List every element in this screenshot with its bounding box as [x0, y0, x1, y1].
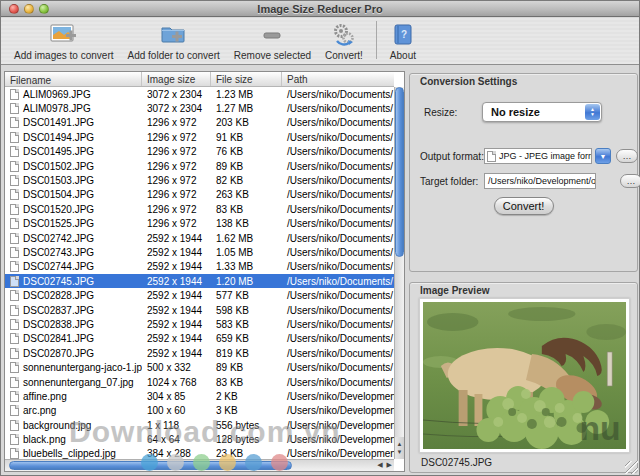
remove-selected-button[interactable]: Remove selected [227, 17, 318, 61]
table-row[interactable]: DSC02838.JPG2592 x 1944583 KB/Users/niko… [5, 317, 394, 331]
table-cell: 83 KB [211, 377, 282, 388]
toolbar-label: Remove selected [234, 50, 311, 61]
table-row[interactable]: DSC02837.JPG2592 x 1944598 KB/Users/niko… [5, 303, 394, 317]
table-row[interactable]: arc.png100 x 603 KB/Users/niko/Developme… [5, 404, 394, 418]
file-icon [10, 261, 19, 272]
table-row[interactable]: sonnenuntergang_07.jpg1024 x 76883 KB/Us… [5, 375, 394, 389]
table-row[interactable]: DSC02828.JPG2592 x 1944577 KB/Users/niko… [5, 288, 394, 302]
vertical-scrollbar-thumb[interactable] [395, 87, 404, 257]
about-button[interactable]: ? About [383, 17, 423, 61]
table-row[interactable]: sonnenuntergang-jaco-1.jpg500 x 33289 KB… [5, 360, 394, 374]
table-row[interactable]: DSC01520.JPG1296 x 97283 KB/Users/niko/D… [5, 202, 394, 216]
file-icon [10, 161, 19, 172]
table-cell: /Users/niko/Documents/ [282, 290, 394, 301]
table-cell: 1296 x 972 [142, 204, 211, 215]
table-row[interactable]: DSC02742.JPG2592 x 19441.62 MB/Users/nik… [5, 231, 394, 245]
table-cell: /Users/niko/Documents/ [282, 362, 394, 373]
table-row[interactable]: affine.png304 x 852 KB/Users/niko/Develo… [5, 389, 394, 403]
target-folder-browse-button[interactable]: … [620, 174, 640, 188]
table-cell: 819 KB [211, 348, 282, 359]
table-row[interactable]: DSC01525.JPG1296 x 972138 KB/Users/niko/… [5, 217, 394, 231]
file-icon [10, 189, 19, 200]
file-icon [10, 448, 19, 459]
table-row[interactable]: DSC02841.JPG2592 x 1944659 KB/Users/niko… [5, 332, 394, 346]
table-row[interactable]: DSC01495.JPG1296 x 97276 KB/Users/niko/D… [5, 145, 394, 159]
resize-popup[interactable]: No resize ▲▼ [482, 102, 602, 122]
table-row[interactable]: ALIM0978.JPG3072 x 23041.27 MB/Users/nik… [5, 101, 394, 115]
table-row[interactable]: DSC02744.JPG2592 x 19441.33 MB/Users/nik… [5, 260, 394, 274]
table-cell: /Users/niko/Documents/ [282, 348, 394, 359]
resize-label: Resize: [424, 107, 480, 118]
table-row[interactable]: DSC02743.JPG2592 x 19441.05 MB/Users/nik… [5, 245, 394, 259]
table-row[interactable]: DSC02870.JPG2592 x 1944819 KB/Users/niko… [5, 346, 394, 360]
table-row[interactable]: DSC01491.JPG1296 x 972203 KB/Users/niko/… [5, 116, 394, 130]
output-format-dropdown-button[interactable]: ▼ [595, 148, 611, 164]
horizontal-scrollbar[interactable]: ◀ ▶ [5, 459, 394, 471]
table-cell: /Users/niko/Documents/ [282, 333, 394, 344]
table-cell: DSC01502.JPG [5, 161, 142, 172]
table-cell: DSC01503.JPG [5, 175, 142, 186]
table-cell: 263 KB [211, 189, 282, 200]
table-cell: DSC02745.JPG [5, 276, 142, 287]
scroll-up-icon[interactable]: ▲ [397, 441, 403, 447]
table-row[interactable]: black.png64 x 64128 bytes/Users/niko/Dev… [5, 432, 394, 446]
table-cell: 577 KB [211, 290, 282, 301]
photo-watermark-text: nu [579, 409, 620, 447]
table-cell: 1.05 MB [211, 247, 282, 258]
preview-caption: DSC02745.JPG [421, 457, 492, 468]
vertical-scrollbar[interactable] [394, 87, 404, 459]
preview-photo: nu [423, 302, 626, 449]
file-icon [10, 103, 19, 114]
file-icon [10, 305, 19, 316]
table-row[interactable]: DSC01502.JPG1296 x 97289 KB/Users/niko/D… [5, 159, 394, 173]
resize-grip[interactable] [625, 461, 638, 474]
horizontal-scrollbar-thumb[interactable] [9, 461, 292, 470]
table-cell: /Users/niko/Documents/ [282, 305, 394, 316]
table-cell: 2592 x 1944 [142, 348, 211, 359]
table-cell: 2592 x 1944 [142, 261, 211, 272]
table-row[interactable]: DSC02745.JPG2592 x 19441.20 MB/Users/nik… [5, 274, 394, 288]
file-icon [10, 175, 19, 186]
column-header-filename[interactable]: Filename [5, 72, 142, 86]
column-header-path[interactable]: Path [282, 72, 394, 86]
table-row[interactable]: DSC01494.JPG1296 x 97291 KB/Users/niko/D… [5, 130, 394, 144]
file-icon [10, 405, 19, 416]
vertical-scrollbar-arrows[interactable]: ▲ ▼ [394, 437, 404, 459]
table-cell: 2 KB [211, 391, 282, 402]
table-row[interactable]: bluebells_clipped.jpg384 x 28823 KB/User… [5, 447, 394, 459]
titlebar[interactable]: Image Size Reducer Pro [1, 1, 639, 17]
about-book-icon: ? [392, 22, 414, 48]
resize-popup-value: No resize [491, 106, 540, 118]
add-images-button[interactable]: Add images to convert [7, 17, 121, 61]
table-cell: 659 KB [211, 333, 282, 344]
table-cell: DSC01525.JPG [5, 218, 142, 229]
table-row[interactable]: ALIM0969.JPG3072 x 23041.23 MB/Users/nik… [5, 87, 394, 101]
target-folder-label: Target folder: [420, 176, 484, 187]
table-cell: 138 KB [211, 218, 282, 229]
table-row[interactable]: DSC01503.JPG1296 x 97282 KB/Users/niko/D… [5, 173, 394, 187]
column-header-image-size[interactable]: Image size [142, 72, 211, 86]
table-cell: 2592 x 1944 [142, 305, 211, 316]
convert-button[interactable]: Convert! [494, 197, 554, 215]
convert-toolbar-button[interactable]: Convert! [318, 17, 370, 61]
table-row[interactable]: background.jpg1 x 118556 bytes/Users/nik… [5, 418, 394, 432]
table-cell: arc.png [5, 405, 142, 416]
table-cell: 3072 x 2304 [142, 103, 211, 114]
add-folder-button[interactable]: Add folder to convert [121, 17, 227, 61]
table-cell: 598 KB [211, 305, 282, 316]
table-row[interactable]: DSC01504.JPG1296 x 972263 KB/Users/niko/… [5, 188, 394, 202]
file-icon [10, 233, 19, 244]
scroll-right-icon[interactable]: ▶ [387, 461, 392, 469]
output-format-browse-button[interactable]: … [616, 149, 638, 163]
toolbar-label: Add images to convert [14, 50, 114, 61]
scroll-left-icon[interactable]: ◀ [377, 461, 382, 469]
table-cell: 1296 x 972 [142, 117, 211, 128]
scroll-down-icon[interactable]: ▼ [397, 449, 403, 455]
toolbar-label: Convert! [325, 50, 363, 61]
file-icon [10, 218, 19, 229]
table-cell: DSC02838.JPG [5, 319, 142, 330]
output-format-combo[interactable]: JPG - JPEG image format [484, 148, 592, 164]
column-header-file-size[interactable]: File size [211, 72, 282, 86]
target-folder-input[interactable]: /Users/niko/Development/out [484, 173, 596, 189]
table-cell: DSC02744.JPG [5, 261, 142, 272]
